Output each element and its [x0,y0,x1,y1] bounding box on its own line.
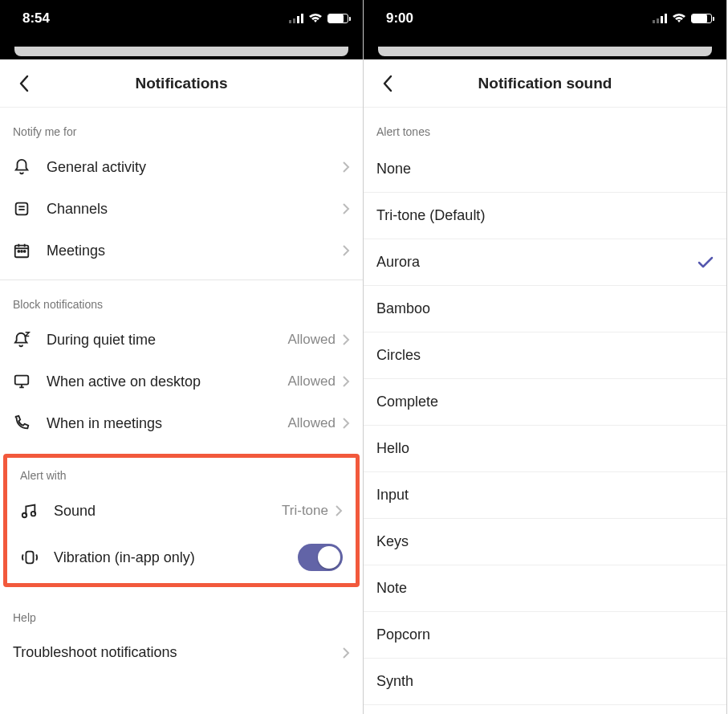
page-title: Notifications [40,75,323,92]
tone-row[interactable]: Note [364,565,726,612]
tone-label: Tri-tone (Default) [376,207,485,224]
tone-label: None [376,161,411,177]
row-value: Tri-tone [282,503,328,519]
wifi-icon [672,14,686,23]
status-indicators [653,14,712,23]
nav-header: Notification sound [364,59,726,108]
section-label-block: Block notifications [0,280,363,319]
tone-row[interactable]: Bamboo [364,286,726,333]
svg-rect-23 [665,14,667,23]
row-channels[interactable]: Channels [0,188,363,230]
status-time: 8:54 [22,10,50,27]
tone-label: Note [376,580,407,597]
cellular-icon [289,14,303,23]
tone-row[interactable]: Tri-tone (Default) [364,193,726,239]
tone-row[interactable]: Synth [364,659,726,705]
svg-point-12 [21,251,22,252]
phone-left: 8:54 Notifications Notify me for General… [0,0,364,714]
row-in-meetings[interactable]: When in meetings Allowed [0,402,363,444]
section-label-help: Help [0,594,363,632]
desktop-icon [13,373,47,390]
back-button[interactable] [372,67,404,100]
tone-label: Complete [376,394,438,410]
tone-row[interactable]: Hello [364,426,726,472]
svg-point-18 [31,512,36,516]
row-general-activity[interactable]: General activity [0,146,363,188]
status-gap [364,47,726,59]
tone-label: Popcorn [376,626,430,643]
page-title: Notification sound [404,75,686,92]
svg-rect-3 [301,14,303,23]
cellular-icon [653,14,667,23]
row-label: Sound [54,503,282,520]
row-active-desktop[interactable]: When active on desktop Allowed [0,361,363,402]
row-label: Troubleshoot notifications [13,644,342,661]
row-sound[interactable]: Sound Tri-tone [7,490,356,532]
row-vibration: Vibration (in-app only) [7,532,356,583]
row-label: Channels [47,201,342,218]
row-value: Allowed [287,415,336,431]
chevron-right-icon [342,202,350,215]
battery-icon [691,14,712,23]
svg-point-17 [22,513,27,518]
svg-rect-19 [26,552,33,564]
row-label: During quiet time [47,332,287,349]
chevron-right-icon [342,244,350,257]
highlight-alert-with: Alert with Sound Tri-tone Vibration (in-… [3,454,360,587]
svg-point-11 [18,251,19,252]
phone-right: 9:00 Notification sound Alert tones None… [364,0,727,714]
row-label: General activity [47,159,342,176]
svg-rect-22 [661,16,663,23]
row-quiet-time[interactable]: During quiet time Allowed [0,319,363,361]
row-value: Allowed [287,373,336,390]
nav-header: Notifications [0,59,363,108]
status-bar: 8:54 [0,0,363,47]
svg-rect-21 [657,18,659,23]
tone-label: Bamboo [376,300,430,317]
svg-point-13 [24,251,26,252]
back-button[interactable] [8,67,40,100]
svg-rect-20 [653,20,655,23]
chevron-left-icon [382,75,393,92]
svg-rect-0 [289,20,291,23]
row-label: When in meetings [47,415,287,432]
tone-label: Keys [376,533,409,550]
chevron-left-icon [18,75,30,92]
tone-label: Aurora [376,254,420,271]
status-bar: 9:00 [364,0,726,47]
tone-row[interactable]: Complete [364,379,726,426]
tone-row[interactable]: Keys [364,519,726,565]
tone-row[interactable]: None [364,146,726,193]
section-label-tones: Alert tones [364,108,726,146]
row-label: Meetings [47,243,342,259]
chevron-right-icon [342,417,350,430]
phone-icon [13,414,47,432]
section-label-alert: Alert with [7,458,356,490]
tone-row[interactable]: Aurora [364,239,726,286]
status-indicators [289,14,348,23]
tone-row[interactable]: Circles [364,333,726,379]
channels-icon [13,200,47,218]
svg-rect-1 [293,18,295,23]
chevron-right-icon [342,161,350,173]
vibration-toggle[interactable] [298,544,343,571]
status-gap [0,47,363,59]
chevron-right-icon [342,375,350,388]
calendar-icon [13,242,47,259]
row-label: When active on desktop [47,373,287,390]
chevron-right-icon [335,504,343,517]
tone-list: NoneTri-tone (Default)AuroraBambooCircle… [364,146,726,705]
tone-label: Hello [376,440,409,457]
svg-rect-2 [297,16,299,23]
tone-label: Synth [376,673,413,690]
chevron-right-icon [342,333,350,346]
tone-row[interactable]: Popcorn [364,612,726,659]
vibration-icon [20,549,54,566]
check-icon [697,256,714,269]
row-meetings[interactable]: Meetings [0,230,363,271]
row-troubleshoot[interactable]: Troubleshoot notifications [0,632,363,673]
tone-row[interactable]: Input [364,472,726,519]
tone-label: Input [376,487,409,504]
row-label: Vibration (in-app only) [54,549,298,566]
wifi-icon [308,14,323,23]
